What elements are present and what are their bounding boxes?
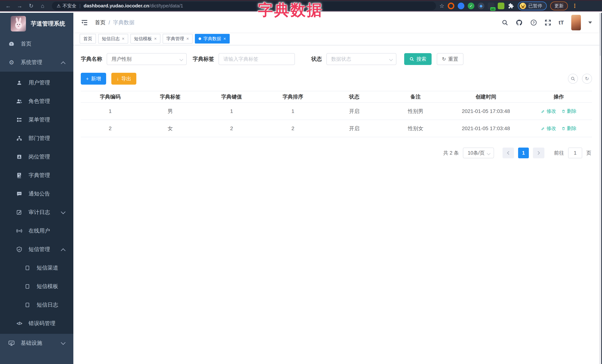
page-scrollbar[interactable]: [599, 13, 602, 364]
sidebar-item-online-users[interactable]: 在线用户: [0, 222, 73, 240]
sidebar-item-label: 在线用户: [29, 227, 50, 235]
search-button[interactable]: 搜索: [404, 53, 431, 65]
sidebar-item-user-mgmt[interactable]: 用户管理: [0, 73, 73, 92]
message-icon: [16, 191, 23, 197]
extension-leaf-icon[interactable]: [498, 3, 504, 9]
shield-check-icon: [16, 246, 23, 252]
delete-link[interactable]: 删除: [561, 125, 577, 132]
close-icon[interactable]: ×: [223, 36, 226, 41]
scrollbar-thumb[interactable]: [600, 13, 601, 56]
sidebar-item-home[interactable]: 首页: [0, 35, 73, 53]
browser-home-icon[interactable]: ⌂: [38, 2, 47, 10]
sidebar-item-sms-template[interactable]: 短信模板: [0, 277, 73, 296]
sidebar-logo[interactable]: 芋道管理系统: [0, 13, 73, 35]
bookmark-star-icon[interactable]: ☆: [439, 3, 444, 9]
page-number-1[interactable]: 1: [518, 147, 529, 158]
column-header: 字典键值: [201, 93, 262, 100]
column-header: 操作: [526, 93, 592, 100]
sidebar: 芋道管理系统 首页 ⚙ 系统管理 用户管理: [0, 13, 73, 364]
github-icon[interactable]: [516, 19, 523, 26]
header-bar: 首页 / 字典数据 ? t: [73, 13, 599, 32]
sidebar-item-sms-channel[interactable]: 短信渠道: [0, 259, 73, 277]
overlay-title: 字典数据: [258, 0, 323, 20]
extensions-puzzle-icon[interactable]: [508, 3, 514, 9]
sidebar-item-role-mgmt[interactable]: 角色管理: [0, 92, 73, 111]
sidebar-item-post-mgmt[interactable]: 岗位管理: [0, 147, 73, 166]
fullscreen-icon[interactable]: [545, 19, 551, 26]
goto-page-input[interactable]: [568, 147, 582, 158]
sidebar-item-audit-log[interactable]: 审计日志: [0, 203, 73, 222]
breadcrumb-home[interactable]: 首页: [95, 19, 106, 26]
browser-reload-icon[interactable]: ↻: [26, 2, 36, 10]
extension-orange-icon[interactable]: [448, 3, 454, 9]
export-button[interactable]: ↓ 导出: [111, 73, 136, 85]
badge-icon: [16, 154, 23, 160]
security-label[interactable]: 不安全: [63, 3, 76, 9]
dict-tag-input[interactable]: [223, 56, 290, 62]
sidebar-item-label: 部门管理: [29, 135, 50, 142]
extension-chart-icon[interactable]: ◆: [478, 3, 484, 9]
edit-link[interactable]: 修改: [541, 108, 556, 114]
status-select[interactable]: 数据状态: [326, 53, 396, 65]
browser-back-icon[interactable]: ←: [3, 2, 13, 10]
tab-label: 首页: [83, 36, 92, 42]
cell-status: 开启: [323, 125, 385, 132]
sidebar-item-system[interactable]: ⚙ 系统管理: [0, 53, 73, 72]
caret-down-icon[interactable]: [588, 21, 592, 24]
close-icon[interactable]: ×: [186, 36, 189, 41]
sidebar-collapse-icon[interactable]: [81, 19, 88, 26]
browser-forward-icon[interactable]: →: [15, 2, 24, 10]
add-button[interactable]: + 新增: [81, 73, 106, 85]
search-icon[interactable]: [502, 19, 508, 26]
sidebar-item-label: 错误码管理: [29, 320, 55, 327]
code-icon: </>: [16, 321, 23, 326]
prev-page-button[interactable]: [503, 147, 514, 158]
address-bar[interactable]: ⚠ 不安全 | dashboard.yudao.iocoder.cn /dict…: [52, 2, 436, 10]
tab-sms-template[interactable]: 短信模板 ×: [130, 34, 161, 43]
refresh-table-button[interactable]: ↻: [582, 74, 592, 84]
broadcast-icon: [16, 228, 23, 234]
extension-blue-icon[interactable]: [458, 3, 464, 9]
column-header: 创建时间: [446, 93, 526, 100]
warning-icon: ⚠: [57, 3, 61, 9]
help-icon[interactable]: ?: [530, 19, 537, 26]
edit-link[interactable]: 修改: [541, 125, 556, 132]
tab-dict-data[interactable]: 字典数据 ×: [195, 34, 230, 43]
close-icon[interactable]: ×: [122, 36, 124, 41]
browser-toolbar-right: ☆ ✓ ◆ on 已暂停 更新 ⋮: [439, 1, 578, 10]
sidebar-item-dict-mgmt[interactable]: 字典管理: [0, 166, 73, 185]
tab-home[interactable]: 首页: [80, 34, 96, 43]
reset-button[interactable]: ↻ 重置: [437, 53, 463, 65]
page-size-select[interactable]: 10条/页: [463, 147, 494, 158]
sidebar-item-infra[interactable]: 基础设施: [0, 334, 73, 352]
sidebar-item-label: 短信模板: [37, 283, 58, 290]
toggle-search-button[interactable]: [568, 74, 578, 84]
font-size-icon[interactable]: tT: [559, 20, 564, 26]
extension-check-icon[interactable]: ✓: [468, 3, 474, 9]
tab-dict-mgmt[interactable]: 字典管理 ×: [163, 34, 193, 43]
tab-sms-log[interactable]: 短信日志 ×: [98, 34, 128, 43]
refresh-icon: ↻: [442, 57, 446, 62]
sidebar-item-dept-mgmt[interactable]: 部门管理: [0, 129, 73, 147]
url-separator: |: [79, 3, 81, 9]
profile-paused-badge[interactable]: 已暂停: [518, 1, 547, 10]
url-host: dashboard.yudao.iocoder.cn: [84, 3, 149, 9]
cell-remark: 性别女: [385, 125, 446, 132]
close-icon[interactable]: ×: [154, 36, 157, 41]
page-unit-label: 页: [586, 150, 591, 156]
user-avatar[interactable]: [571, 15, 581, 30]
sidebar-item-sms-mgmt[interactable]: 短信管理: [0, 240, 73, 259]
sidebar-item-label: 审计日志: [29, 209, 50, 216]
sidebar-item-notice[interactable]: 通知公告: [0, 185, 73, 203]
next-page-button[interactable]: [533, 147, 544, 158]
browser-menu-icon[interactable]: ⋮: [572, 3, 578, 9]
dict-name-select[interactable]: 用户性别: [107, 53, 187, 65]
dict-tag-label: 字典标签: [193, 55, 214, 63]
extension-on-icon[interactable]: on: [488, 3, 494, 9]
browser-update-button[interactable]: 更新: [550, 1, 568, 10]
sidebar-item-menu-mgmt[interactable]: 菜单管理: [0, 111, 73, 129]
sidebar-item-sms-log[interactable]: 短信日志: [0, 296, 73, 314]
sidebar-item-label: 通知公告: [29, 190, 50, 198]
sidebar-item-errorcode-mgmt[interactable]: </> 错误码管理: [0, 314, 73, 333]
delete-link[interactable]: 删除: [561, 108, 577, 114]
